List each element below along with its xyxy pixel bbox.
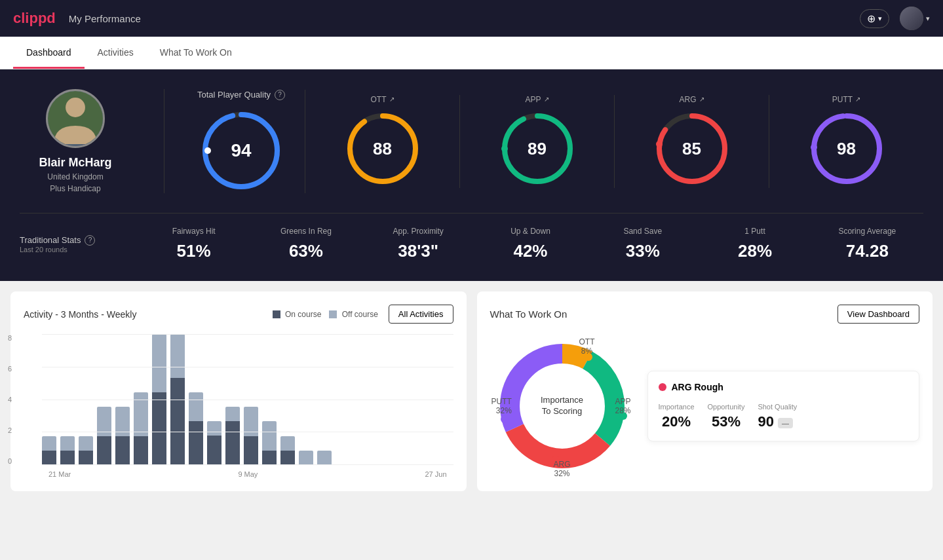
bar-group-6	[152, 334, 166, 465]
legend-on-course: On course	[273, 310, 322, 319]
putt-segment-label: PUTT 32%	[491, 397, 512, 415]
stat-oneputt-value: 28%	[699, 241, 811, 261]
user-dropdown-arrow: ▾	[926, 14, 930, 23]
stat-updown-label: Up & Down	[474, 227, 587, 236]
stat-greens: Greens In Reg 63%	[250, 227, 362, 261]
stat-proximity: App. Proximity 38'3"	[362, 227, 474, 261]
tab-dashboard[interactable]: Dashboard	[13, 37, 85, 69]
user-menu[interactable]: ▾	[900, 7, 930, 30]
stat-scoring: Scoring Average 74.28	[811, 227, 923, 261]
traditional-stats-label: Traditional Stats	[20, 235, 81, 245]
total-quality-ring: 94	[199, 108, 284, 193]
stat-sandsave: Sand Save 33%	[587, 227, 699, 261]
total-quality-score: 94	[231, 140, 251, 161]
app-segment-label: APP 28%	[615, 397, 630, 415]
bar-5	[134, 392, 148, 465]
add-button[interactable]: ⊕ ▾	[860, 9, 889, 28]
stats-bar: Traditional Stats ? Last 20 rounds Fairw…	[20, 213, 923, 261]
svg-point-9	[501, 145, 508, 152]
arg-ring: 85	[653, 109, 731, 188]
info-metrics: Importance 20% Opportunity 53% Shot Qual…	[659, 403, 909, 430]
avatar	[900, 7, 923, 30]
ott-score: OTT ↗ 88	[305, 95, 460, 188]
putt-score: PUTT ↗ 98	[769, 95, 923, 188]
ott-score-value: 88	[373, 138, 392, 159]
work-on-panel: What To Work On View Dashboard	[477, 291, 933, 491]
opportunity-label: Opportunity	[708, 403, 745, 411]
stat-scoring-label: Scoring Average	[811, 227, 923, 236]
bar-group-5	[134, 392, 148, 465]
tab-activities[interactable]: Activities	[85, 37, 147, 69]
work-on-content: ImportanceTo Scoring OTT 8% APP 28% ARG …	[490, 334, 920, 478]
nav-title: My Performance	[69, 13, 141, 24]
top-nav: clippd My Performance ⊕ ▾ ▾	[0, 0, 943, 37]
bar-group-2	[79, 436, 93, 465]
tab-what-to-work-on[interactable]: What To Work On	[147, 37, 245, 69]
app-label: APP ↗	[525, 95, 548, 104]
logo: clippd	[13, 10, 56, 27]
stat-fairways-value: 51%	[138, 241, 250, 261]
putt-label: PUTT ↗	[832, 95, 860, 104]
nav-right: ⊕ ▾ ▾	[860, 7, 930, 30]
stat-sandsave-value: 33%	[587, 241, 699, 261]
bar-group-3	[97, 407, 111, 465]
stat-oneputt-label: 1 Putt	[699, 227, 811, 236]
app-ring: 89	[498, 109, 577, 188]
bar-group-10	[225, 407, 240, 465]
avatar-image	[900, 7, 923, 30]
total-quality-label: Total Player Quality ?	[197, 90, 285, 100]
bar-12	[262, 421, 277, 465]
player-name: Blair McHarg	[39, 156, 111, 170]
opportunity-metric: Opportunity 53%	[708, 403, 745, 430]
stat-updown-value: 42%	[474, 241, 587, 261]
help-icon[interactable]: ?	[275, 90, 285, 100]
bar-8	[189, 392, 203, 465]
bar-11	[244, 407, 258, 465]
stat-greens-label: Greens In Reg	[250, 227, 362, 236]
shot-quality-label: Shot Quality	[758, 403, 797, 411]
svg-point-1	[66, 98, 85, 117]
player-avatar	[46, 89, 105, 148]
stats-help-icon[interactable]: ?	[85, 235, 95, 246]
chart-legend: On course Off course	[273, 310, 378, 319]
work-on-header: What To Work On View Dashboard	[490, 305, 920, 324]
bar-group-8	[189, 392, 203, 465]
arg-score: ARG ↗ 85	[615, 95, 769, 188]
activity-panel: Activity - 3 Months - Weekly On course O…	[10, 291, 467, 491]
bar-0	[42, 436, 56, 465]
on-course-dot	[273, 310, 280, 318]
shot-quality-value: 90	[758, 413, 773, 430]
importance-metric: Importance 20%	[659, 403, 695, 430]
bar-9	[207, 421, 221, 465]
avatar-svg	[48, 91, 103, 146]
stat-fairways: Fairways Hit 51%	[138, 227, 250, 261]
info-card-dot	[659, 383, 666, 391]
bar-group-14	[299, 451, 313, 465]
player-handicap: Plus Handicap	[50, 184, 100, 193]
bar-group-0	[42, 436, 56, 465]
legend-off-course: Off course	[329, 310, 377, 319]
bar-4	[115, 407, 130, 465]
bar-group-9	[207, 421, 221, 465]
stat-proximity-value: 38'3"	[362, 241, 474, 261]
chart-inner: 21 Mar 9 May 27 Jun	[42, 334, 453, 478]
putt-trend: ↗	[855, 96, 860, 103]
bar-group-13	[280, 436, 295, 465]
bar-group-11	[244, 407, 258, 465]
putt-score-value: 98	[837, 138, 856, 159]
bar-10	[225, 407, 240, 465]
bar-group-7	[170, 334, 185, 465]
all-activities-button[interactable]: All Activities	[389, 305, 453, 324]
tabs-bar: Dashboard Activities What To Work On	[0, 37, 943, 69]
sub-scores: OTT ↗ 88 APP ↗	[305, 95, 923, 188]
putt-ring: 98	[807, 109, 886, 188]
bar-group-12	[262, 421, 277, 465]
donut-label-text: ImportanceTo Scoring	[541, 395, 583, 417]
bar-chart	[42, 334, 453, 465]
bar-2	[79, 436, 93, 465]
view-dashboard-button[interactable]: View Dashboard	[837, 305, 919, 324]
stat-oneputt: 1 Putt 28%	[699, 227, 811, 261]
chart-x-labels: 21 Mar 9 May 27 Jun	[42, 470, 453, 478]
stats-label-area: Traditional Stats ? Last 20 rounds	[20, 235, 138, 253]
bar-3	[97, 407, 111, 465]
